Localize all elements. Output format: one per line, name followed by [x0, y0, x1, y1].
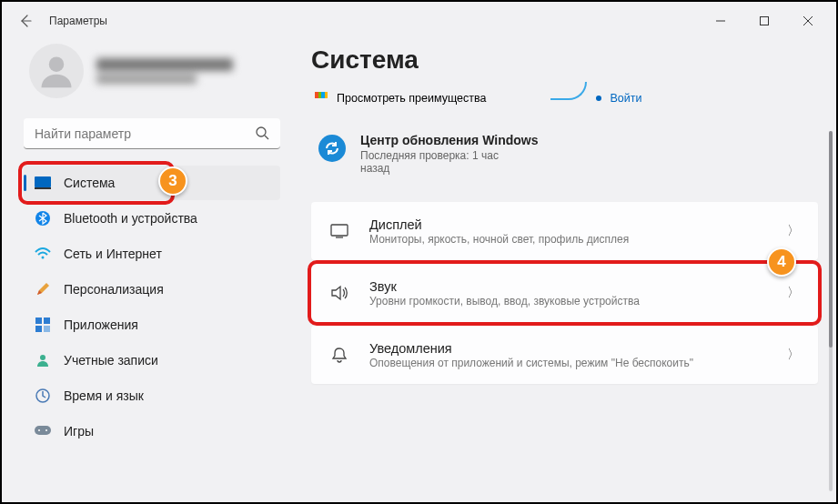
sidebar-item-network[interactable]: Сеть и Интернет [24, 237, 280, 271]
svg-rect-16 [331, 225, 348, 236]
svg-rect-13 [35, 426, 51, 435]
sidebar-item-label: Время и язык [64, 388, 144, 403]
sidebar-item-label: Система [64, 176, 115, 190]
banner-benefits-label: Просмотреть преимущества [337, 92, 487, 105]
brush-icon [35, 281, 51, 297]
onedrive-icon [550, 82, 587, 100]
sidebar-item-system[interactable]: Система [24, 166, 280, 200]
close-icon [803, 16, 813, 25]
sidebar-item-label: Игры [64, 424, 94, 438]
monitor-icon [35, 175, 51, 191]
card-sound[interactable]: Звук Уровни громкости, вывод, ввод, звук… [311, 264, 818, 322]
scroll-thumb[interactable] [829, 131, 833, 348]
sidebar-item-time-language[interactable]: Время и язык [24, 378, 280, 413]
sidebar-item-gaming[interactable]: Игры [24, 414, 280, 449]
clock-globe-icon [35, 388, 51, 404]
profile-text-blurred [96, 58, 233, 84]
update-subtitle: Последняя проверка: 1 час назад [360, 149, 524, 175]
search-wrap [24, 118, 280, 149]
display-icon [329, 224, 349, 238]
nav-list: Система 3 Bluetooth и устройства Сеть и … [24, 166, 280, 449]
update-title: Центр обновления Windows [360, 133, 539, 147]
svg-rect-0 [761, 17, 769, 25]
sidebar-item-personalization[interactable]: Персонализация [24, 272, 280, 307]
card-display[interactable]: Дисплей Мониторы, яркость, ночной свет, … [311, 202, 818, 260]
svg-rect-4 [35, 187, 51, 189]
sidebar-item-label: Персонализация [64, 282, 164, 297]
page-title: Система [311, 45, 818, 75]
annotation-badge-3: 3 [158, 166, 187, 196]
svg-point-2 [257, 127, 266, 136]
dot-icon [596, 96, 601, 101]
maximize-button[interactable] [743, 6, 785, 35]
gamepad-icon [35, 423, 51, 439]
settings-card-list: Дисплей Мониторы, яркость, ночной свет, … [311, 202, 818, 384]
account-icon [35, 352, 51, 368]
svg-rect-9 [35, 326, 42, 332]
svg-point-6 [42, 257, 45, 259]
scrollbar[interactable] [829, 131, 833, 491]
svg-point-11 [40, 355, 45, 360]
chevron-right-icon: 〉 [787, 223, 800, 239]
chevron-right-icon: 〉 [787, 347, 800, 363]
card-title: Звук [369, 279, 767, 294]
close-button[interactable] [787, 6, 829, 35]
search-input[interactable] [24, 118, 280, 149]
minimize-icon [716, 16, 725, 25]
maximize-icon [760, 16, 769, 25]
window-title: Параметры [49, 15, 107, 27]
card-title: Дисплей [369, 217, 767, 232]
banner-signin-label: Войти [611, 92, 642, 105]
card-subtitle: Уровни громкости, вывод, ввод, звуковые … [369, 295, 767, 307]
sidebar-item-label: Сеть и Интернет [64, 247, 162, 261]
update-icon [318, 135, 346, 162]
wifi-icon [35, 246, 51, 262]
sidebar: Система 3 Bluetooth и устройства Сеть и … [2, 40, 293, 502]
svg-rect-7 [35, 318, 42, 324]
sidebar-item-apps[interactable]: Приложения [24, 307, 280, 342]
svg-point-15 [45, 429, 47, 431]
card-title: Уведомления [369, 341, 767, 356]
chevron-right-icon: 〉 [787, 285, 800, 301]
sidebar-item-accounts[interactable]: Учетные записи [24, 343, 280, 378]
svg-rect-3 [35, 176, 51, 187]
windows-update-block[interactable]: Центр обновления Windows Последняя прове… [311, 133, 818, 175]
banner-row: Просмотреть преимущества Войти [311, 89, 818, 107]
banner-signin[interactable]: Войти [550, 89, 642, 107]
svg-rect-8 [44, 318, 50, 324]
sidebar-item-label: Учетные записи [64, 353, 158, 368]
card-notifications[interactable]: Уведомления Оповещения от приложений и с… [311, 326, 818, 384]
windows-logo-icon [315, 92, 328, 105]
main-panel: Система Просмотреть преимущества Войти Ц… [293, 40, 836, 502]
avatar [29, 44, 84, 98]
apps-icon [35, 317, 51, 333]
window-controls [700, 6, 829, 35]
title-bar: Параметры [2, 2, 836, 40]
card-subtitle: Мониторы, яркость, ночной свет, профиль … [369, 233, 767, 246]
sidebar-item-bluetooth[interactable]: Bluetooth и устройства [24, 201, 280, 236]
svg-rect-10 [44, 326, 50, 332]
bluetooth-icon [35, 210, 51, 227]
bell-icon [329, 347, 349, 363]
annotation-badge-4: 4 [767, 247, 796, 277]
banner-benefits[interactable]: Просмотреть преимущества [315, 92, 487, 105]
search-icon [255, 126, 269, 144]
svg-point-1 [49, 56, 65, 71]
back-button[interactable] [9, 5, 42, 37]
sound-icon [329, 285, 349, 301]
profile-block[interactable] [24, 40, 280, 102]
sidebar-item-label: Bluetooth и устройства [64, 211, 197, 226]
sidebar-item-label: Приложения [64, 318, 138, 332]
svg-point-14 [38, 429, 40, 431]
person-icon [36, 51, 76, 91]
minimize-button[interactable] [700, 6, 742, 35]
card-subtitle: Оповещения от приложений и системы, режи… [369, 357, 767, 369]
arrow-left-icon [18, 14, 33, 28]
